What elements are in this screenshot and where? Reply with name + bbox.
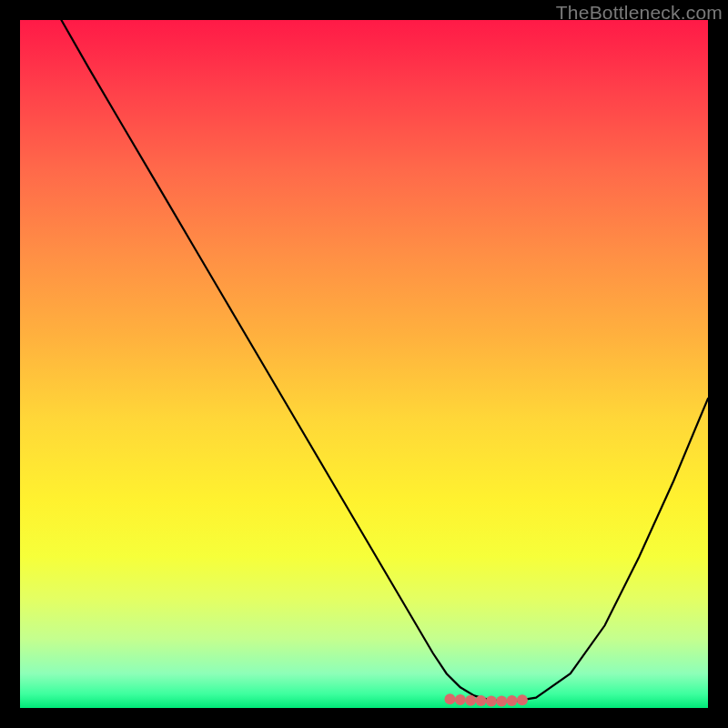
- chart-frame: TheBottleneck.com: [0, 0, 728, 728]
- minimum-dots: [445, 693, 528, 706]
- min-dot: [465, 695, 476, 706]
- min-dot: [517, 694, 528, 705]
- bottleneck-curve: [61, 20, 708, 701]
- min-dot: [486, 695, 497, 706]
- chart-svg: [20, 20, 708, 708]
- min-dot: [455, 694, 466, 705]
- min-dot: [445, 693, 456, 704]
- min-dot: [476, 695, 487, 706]
- min-dot: [496, 695, 507, 706]
- watermark-text: TheBottleneck.com: [556, 2, 723, 24]
- chart-plot-area: [20, 20, 708, 708]
- min-dot: [507, 695, 518, 706]
